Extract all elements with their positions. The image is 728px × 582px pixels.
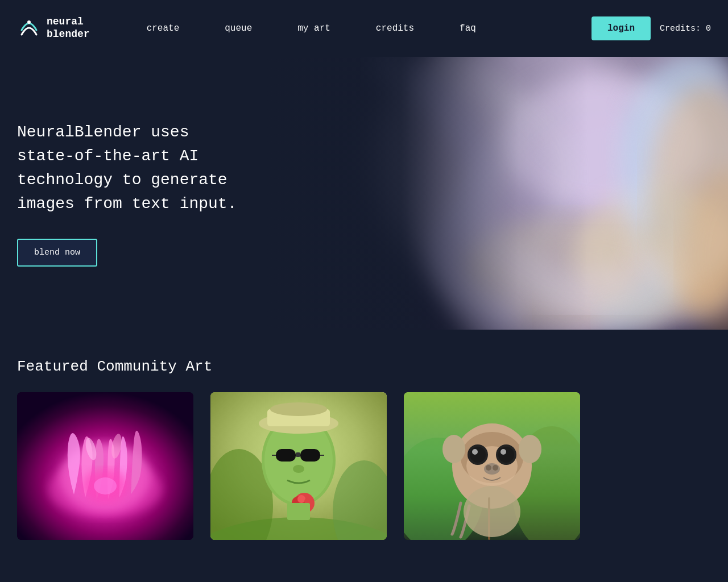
svg-point-48 [498, 447, 514, 463]
svg-point-16 [94, 477, 117, 494]
svg-point-55 [519, 435, 541, 463]
svg-point-47 [470, 447, 486, 463]
svg-point-49 [472, 449, 478, 455]
svg-point-54 [442, 435, 465, 463]
login-button[interactable]: login [592, 16, 651, 40]
community-section: Featured Community Art [0, 330, 728, 557]
header-right: login Credits: 0 [592, 16, 711, 40]
nav-create[interactable]: create [124, 18, 202, 39]
svg-point-57 [464, 486, 520, 537]
main-nav: create queue my art credits faq [124, 18, 592, 39]
svg-rect-30 [296, 452, 300, 457]
art-card-3[interactable] [404, 392, 580, 540]
art-card-2[interactable] [210, 392, 387, 540]
logo-text: neural blender [47, 16, 90, 40]
art-card-1[interactable] [17, 392, 193, 540]
svg-point-0 [27, 20, 31, 24]
svg-rect-38 [287, 503, 310, 520]
credits-display: Credits: 0 [660, 24, 711, 34]
hero-section: NeuralBlender uses state-of-the-art AI t… [0, 57, 728, 330]
nav-faq[interactable]: faq [437, 18, 499, 39]
nav-queue[interactable]: queue [202, 18, 275, 39]
svg-point-33 [293, 465, 304, 473]
logo-icon [17, 16, 41, 40]
svg-point-36 [297, 495, 305, 503]
hero-heading: NeuralBlender uses state-of-the-art AI t… [17, 120, 256, 216]
community-heading: Featured Community Art [17, 358, 711, 375]
art-grid [17, 392, 711, 540]
svg-rect-11 [262, 57, 728, 330]
nav-my-art[interactable]: my art [275, 18, 353, 39]
blend-now-button[interactable]: blend now [17, 239, 97, 267]
svg-rect-29 [300, 449, 320, 462]
header: neural blender create queue my art credi… [0, 0, 728, 57]
svg-point-52 [486, 465, 491, 471]
svg-point-50 [500, 449, 506, 455]
nav-credits[interactable]: credits [353, 18, 437, 39]
svg-rect-28 [276, 449, 296, 462]
hero-background [262, 57, 728, 330]
svg-point-27 [270, 402, 327, 416]
hero-content: NeuralBlender uses state-of-the-art AI t… [0, 57, 273, 330]
logo[interactable]: neural blender [17, 16, 90, 40]
svg-point-53 [493, 465, 498, 471]
